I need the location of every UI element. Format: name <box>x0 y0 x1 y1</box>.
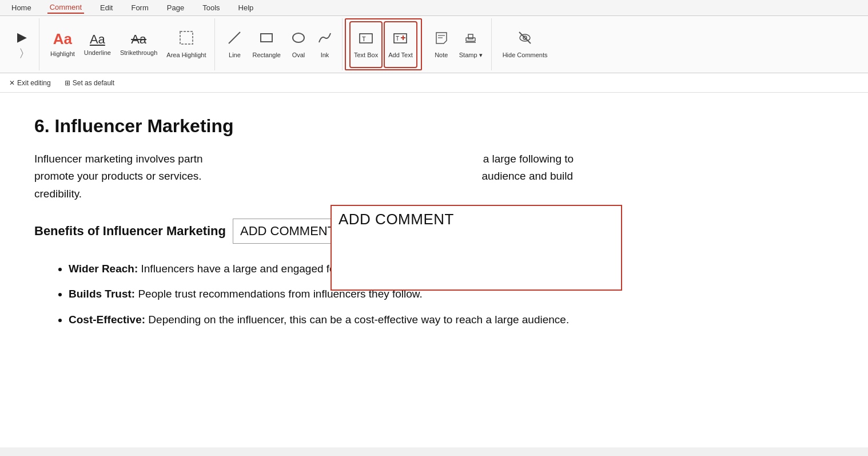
svg-rect-0 <box>180 31 193 44</box>
bullet-3-text: Depending on the influencer, this can be… <box>145 314 569 326</box>
oval-button[interactable]: Oval <box>286 21 311 68</box>
svg-rect-12 <box>466 38 475 41</box>
stamp-button[interactable]: Stamp ▾ <box>455 21 487 68</box>
exit-editing-label: Exit editing <box>17 79 51 87</box>
text-box-label: Text Box <box>354 51 378 59</box>
add-text-label: Add Text <box>388 51 413 59</box>
ribbon-group-hide: Hide Comments <box>494 18 556 70</box>
ribbon-group-text-annotations: Aa Highlight Aa Underline Aa Strikethrou… <box>42 18 215 70</box>
highlight-icon: Aa <box>53 30 72 48</box>
hand-icon: 〉 <box>20 47 23 59</box>
underline-button[interactable]: Aa Underline <box>80 21 115 68</box>
body-paragraph-1: Influencer marketing involves partna lar… <box>34 150 834 203</box>
add-text-icon: T <box>392 30 408 49</box>
para2-start: promote your products or services. <box>34 170 202 182</box>
line-label: Line <box>229 51 241 59</box>
ribbon-group-note-stamp: Note Stamp ▾ <box>424 18 492 70</box>
oval-label: Oval <box>292 51 305 59</box>
add-comment-small-text: ADD COMMENT <box>240 224 335 239</box>
stamp-label: Stamp ▾ <box>459 51 483 59</box>
svg-line-1 <box>229 32 240 43</box>
exit-editing-button[interactable]: ✕ Exit editing <box>7 78 53 88</box>
svg-point-3 <box>293 33 304 42</box>
ribbon-group-select: ▶ 〉 <box>5 18 39 70</box>
menu-help[interactable]: Help <box>236 2 256 13</box>
cursor-icon: ▶ <box>17 30 27 45</box>
note-icon <box>433 30 449 49</box>
text-box-icon: T <box>358 30 374 49</box>
set-default-button[interactable]: ⊞ Set as default <box>62 78 117 88</box>
add-comment-large-text: ADD COMMENT <box>339 211 454 228</box>
sub-ribbon: ✕ Exit editing ⊞ Set as default <box>0 73 868 93</box>
menu-tools[interactable]: Tools <box>200 2 222 13</box>
main-content: 6. Influencer Marketing ADD COMMENT Infl… <box>0 93 868 447</box>
hide-comments-icon <box>517 30 533 49</box>
ink-icon <box>317 30 333 49</box>
svg-text:T: T <box>362 35 366 42</box>
area-highlight-label: Area Highlight <box>166 51 206 59</box>
section-heading-2: Benefits of Influencer Marketing <box>34 224 226 239</box>
ink-button[interactable]: Ink <box>312 21 337 68</box>
hide-comments-label: Hide Comments <box>503 51 548 59</box>
ribbon-group-drawing: Line Rectangle Oval Ink <box>217 18 343 70</box>
highlight-button[interactable]: Aa Highlight <box>46 21 79 68</box>
rectangle-button[interactable]: Rectangle <box>248 21 285 68</box>
menu-home[interactable]: Home <box>9 2 34 13</box>
area-highlight-button[interactable]: Area Highlight <box>162 21 210 68</box>
strikethrough-icon: Aa <box>131 32 146 47</box>
strikethrough-button[interactable]: Aa Strikethrough <box>116 21 161 68</box>
line-icon <box>226 30 242 49</box>
menu-form[interactable]: Form <box>129 2 150 13</box>
set-default-label: Set as default <box>73 79 114 87</box>
line-button[interactable]: Line <box>222 21 247 68</box>
menu-comment[interactable]: Comment <box>47 2 84 14</box>
para2-end: audience and build <box>482 170 574 182</box>
svg-rect-13 <box>468 34 473 39</box>
text-box-large[interactable]: ADD COMMENT <box>331 205 622 291</box>
menu-page[interactable]: Page <box>165 2 186 13</box>
add-text-button[interactable]: T Add Text <box>384 21 417 68</box>
svg-rect-2 <box>261 34 272 42</box>
set-default-icon: ⊞ <box>65 79 70 87</box>
area-highlight-icon <box>178 30 194 49</box>
section-title: 6. Influencer Marketing <box>34 116 834 137</box>
svg-line-17 <box>519 32 531 43</box>
hide-comments-button[interactable]: Hide Comments <box>499 21 552 68</box>
ribbon: ▶ 〉 Aa Highlight Aa Underline Aa Striket… <box>0 16 868 73</box>
strikethrough-label: Strikethrough <box>120 49 157 57</box>
bullet-3-bold: Cost-Effective: <box>69 314 145 326</box>
para3: credibility. <box>34 188 82 200</box>
highlight-label: Highlight <box>50 50 75 58</box>
exit-icon: ✕ <box>9 79 15 87</box>
stamp-icon <box>463 30 479 49</box>
underline-icon: Aa <box>90 32 105 47</box>
bullet-1-bold: Wider Reach: <box>69 263 138 275</box>
note-label: Note <box>435 51 448 59</box>
text-box-button[interactable]: T Text Box <box>349 21 383 68</box>
para1-end: a large following to <box>483 153 574 165</box>
note-button[interactable]: Note <box>429 21 454 68</box>
bullet-2-bold: Builds Trust: <box>69 288 135 300</box>
underline-label: Underline <box>84 49 111 57</box>
menu-bar: Home Comment Edit Form Page Tools Help <box>0 0 868 16</box>
list-item-3: Cost-Effective: Depending on the influen… <box>69 311 834 329</box>
select-button[interactable]: ▶ 〉 <box>9 21 34 68</box>
rectangle-label: Rectangle <box>252 51 281 59</box>
ink-label: Ink <box>321 51 329 59</box>
svg-text:T: T <box>396 35 399 42</box>
menu-edit[interactable]: Edit <box>98 2 115 13</box>
rectangle-icon <box>258 30 274 49</box>
oval-icon <box>290 30 306 49</box>
ribbon-group-textbox: T Text Box T Add Text <box>345 18 422 70</box>
para1-start: Influencer marketing involves partn <box>34 153 203 165</box>
